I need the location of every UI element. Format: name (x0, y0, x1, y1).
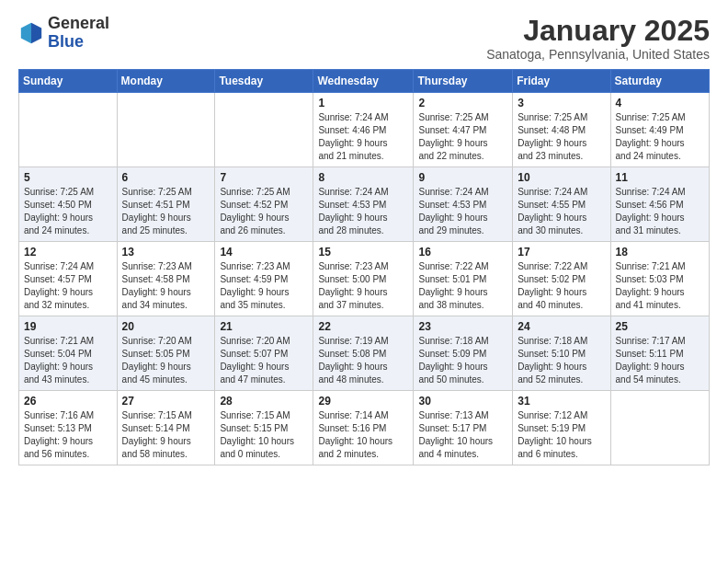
day-number-21: 21 (220, 320, 308, 333)
day-number-14: 14 (220, 246, 308, 259)
day-info-29: Sunrise: 7:14 AM Sunset: 5:16 PM Dayligh… (318, 409, 408, 461)
day-number-16: 16 (418, 246, 507, 259)
calendar-cell-w3-d2: 14Sunrise: 7:23 AM Sunset: 4:59 PM Dayli… (215, 242, 313, 316)
day-info-26: Sunrise: 7:16 AM Sunset: 5:13 PM Dayligh… (24, 409, 112, 461)
day-info-14: Sunrise: 7:23 AM Sunset: 4:59 PM Dayligh… (220, 260, 308, 312)
day-info-19: Sunrise: 7:21 AM Sunset: 5:04 PM Dayligh… (24, 335, 112, 386)
day-number-18: 18 (616, 246, 704, 259)
day-number-4: 4 (616, 97, 704, 109)
header-thursday: Thursday (414, 70, 513, 93)
calendar-cell-w3-d3: 15Sunrise: 7:23 AM Sunset: 5:00 PM Dayli… (313, 242, 414, 316)
day-info-2: Sunrise: 7:25 AM Sunset: 4:47 PM Dayligh… (418, 111, 507, 163)
calendar-cell-w4-d1: 20Sunrise: 7:20 AM Sunset: 5:05 PM Dayli… (117, 316, 215, 391)
calendar-cell-w5-d1: 27Sunrise: 7:15 AM Sunset: 5:14 PM Dayli… (117, 391, 215, 465)
calendar-cell-w1-d4: 2Sunrise: 7:25 AM Sunset: 4:47 PM Daylig… (414, 93, 513, 167)
day-info-18: Sunrise: 7:21 AM Sunset: 5:03 PM Dayligh… (616, 260, 704, 312)
day-info-22: Sunrise: 7:19 AM Sunset: 5:08 PM Dayligh… (318, 335, 408, 386)
header-friday: Friday (513, 70, 610, 93)
day-info-3: Sunrise: 7:25 AM Sunset: 4:48 PM Dayligh… (518, 111, 605, 163)
day-info-7: Sunrise: 7:25 AM Sunset: 4:52 PM Dayligh… (220, 186, 308, 237)
day-number-3: 3 (518, 97, 605, 109)
calendar-cell-w2-d6: 11Sunrise: 7:24 AM Sunset: 4:56 PM Dayli… (610, 167, 709, 242)
day-number-8: 8 (318, 171, 408, 184)
calendar-cell-w5-d6 (610, 391, 709, 465)
day-info-25: Sunrise: 7:17 AM Sunset: 5:11 PM Dayligh… (616, 335, 704, 386)
header-wednesday: Wednesday (313, 70, 414, 93)
day-info-11: Sunrise: 7:24 AM Sunset: 4:56 PM Dayligh… (616, 186, 704, 237)
day-info-5: Sunrise: 7:25 AM Sunset: 4:50 PM Dayligh… (24, 186, 112, 237)
day-info-24: Sunrise: 7:18 AM Sunset: 5:10 PM Dayligh… (518, 335, 605, 386)
calendar-cell-w1-d5: 3Sunrise: 7:25 AM Sunset: 4:48 PM Daylig… (513, 93, 610, 167)
calendar-cell-w1-d0 (19, 93, 118, 167)
logo-text: General Blue (48, 15, 109, 52)
calendar-cell-w5-d2: 28Sunrise: 7:15 AM Sunset: 5:15 PM Dayli… (215, 391, 313, 465)
calendar-cell-w5-d4: 30Sunrise: 7:13 AM Sunset: 5:17 PM Dayli… (414, 391, 513, 465)
day-info-12: Sunrise: 7:24 AM Sunset: 4:57 PM Dayligh… (24, 260, 112, 312)
day-number-26: 26 (24, 395, 112, 408)
location-subtitle: Sanatoga, Pennsylvania, United States (486, 47, 710, 62)
day-number-24: 24 (518, 320, 605, 333)
page: General Blue January 2025 Sanatoga, Penn… (0, 0, 728, 563)
calendar-cell-w1-d1 (117, 93, 215, 167)
calendar-cell-w3-d6: 18Sunrise: 7:21 AM Sunset: 5:03 PM Dayli… (610, 242, 709, 316)
calendar-cell-w4-d0: 19Sunrise: 7:21 AM Sunset: 5:04 PM Dayli… (19, 316, 118, 391)
calendar-cell-w5-d3: 29Sunrise: 7:14 AM Sunset: 5:16 PM Dayli… (313, 391, 414, 465)
calendar-cell-w2-d5: 10Sunrise: 7:24 AM Sunset: 4:55 PM Dayli… (513, 167, 610, 242)
header-tuesday: Tuesday (215, 70, 313, 93)
day-info-1: Sunrise: 7:24 AM Sunset: 4:46 PM Dayligh… (318, 111, 408, 163)
day-number-29: 29 (318, 395, 408, 408)
calendar-cell-w4-d5: 24Sunrise: 7:18 AM Sunset: 5:10 PM Dayli… (513, 316, 610, 391)
calendar-cell-w1-d2 (215, 93, 313, 167)
calendar-cell-w4-d3: 22Sunrise: 7:19 AM Sunset: 5:08 PM Dayli… (313, 316, 414, 391)
calendar-cell-w1-d3: 1Sunrise: 7:24 AM Sunset: 4:46 PM Daylig… (313, 93, 414, 167)
day-info-13: Sunrise: 7:23 AM Sunset: 4:58 PM Dayligh… (122, 260, 210, 312)
header-saturday: Saturday (610, 70, 709, 93)
day-number-9: 9 (418, 171, 507, 184)
day-number-12: 12 (24, 246, 112, 259)
calendar-cell-w2-d3: 8Sunrise: 7:24 AM Sunset: 4:53 PM Daylig… (313, 167, 414, 242)
calendar-week-row-4: 19Sunrise: 7:21 AM Sunset: 5:04 PM Dayli… (19, 316, 710, 391)
day-info-23: Sunrise: 7:18 AM Sunset: 5:09 PM Dayligh… (418, 335, 507, 386)
day-number-2: 2 (418, 97, 507, 109)
day-info-30: Sunrise: 7:13 AM Sunset: 5:17 PM Dayligh… (418, 409, 507, 461)
header: General Blue January 2025 Sanatoga, Penn… (18, 15, 710, 62)
day-number-30: 30 (418, 395, 507, 408)
day-info-20: Sunrise: 7:20 AM Sunset: 5:05 PM Dayligh… (122, 335, 210, 386)
logo-icon (18, 20, 44, 46)
day-number-25: 25 (616, 320, 704, 333)
header-monday: Monday (117, 70, 215, 93)
calendar-cell-w2-d2: 7Sunrise: 7:25 AM Sunset: 4:52 PM Daylig… (215, 167, 313, 242)
calendar-cell-w4-d2: 21Sunrise: 7:20 AM Sunset: 5:07 PM Dayli… (215, 316, 313, 391)
day-info-17: Sunrise: 7:22 AM Sunset: 5:02 PM Dayligh… (518, 260, 605, 312)
day-info-27: Sunrise: 7:15 AM Sunset: 5:14 PM Dayligh… (122, 409, 210, 461)
day-number-27: 27 (122, 395, 210, 408)
calendar-cell-w2-d4: 9Sunrise: 7:24 AM Sunset: 4:53 PM Daylig… (414, 167, 513, 242)
logo-blue-text: Blue (48, 32, 84, 51)
day-number-23: 23 (418, 320, 507, 333)
calendar-cell-w4-d4: 23Sunrise: 7:18 AM Sunset: 5:09 PM Dayli… (414, 316, 513, 391)
calendar-cell-w3-d0: 12Sunrise: 7:24 AM Sunset: 4:57 PM Dayli… (19, 242, 118, 316)
day-number-20: 20 (122, 320, 210, 333)
calendar-cell-w3-d5: 17Sunrise: 7:22 AM Sunset: 5:02 PM Dayli… (513, 242, 610, 316)
day-info-9: Sunrise: 7:24 AM Sunset: 4:53 PM Dayligh… (418, 186, 507, 237)
day-info-28: Sunrise: 7:15 AM Sunset: 5:15 PM Dayligh… (220, 409, 308, 461)
day-number-13: 13 (122, 246, 210, 259)
svg-marker-0 (31, 23, 41, 43)
calendar-week-row-1: 1Sunrise: 7:24 AM Sunset: 4:46 PM Daylig… (19, 93, 710, 167)
calendar-week-row-3: 12Sunrise: 7:24 AM Sunset: 4:57 PM Dayli… (19, 242, 710, 316)
day-number-11: 11 (616, 171, 704, 184)
day-number-28: 28 (220, 395, 308, 408)
day-number-15: 15 (318, 246, 408, 259)
day-number-1: 1 (318, 97, 408, 109)
day-info-8: Sunrise: 7:24 AM Sunset: 4:53 PM Dayligh… (318, 186, 408, 237)
day-number-6: 6 (122, 171, 210, 184)
day-info-15: Sunrise: 7:23 AM Sunset: 5:00 PM Dayligh… (318, 260, 408, 312)
day-number-10: 10 (518, 171, 605, 184)
calendar-cell-w5-d5: 31Sunrise: 7:12 AM Sunset: 5:19 PM Dayli… (513, 391, 610, 465)
logo-general-text: General (48, 14, 109, 32)
day-number-5: 5 (24, 171, 112, 184)
calendar-cell-w3-d1: 13Sunrise: 7:23 AM Sunset: 4:58 PM Dayli… (117, 242, 215, 316)
svg-marker-1 (21, 23, 31, 43)
day-info-21: Sunrise: 7:20 AM Sunset: 5:07 PM Dayligh… (220, 335, 308, 386)
day-number-7: 7 (220, 171, 308, 184)
